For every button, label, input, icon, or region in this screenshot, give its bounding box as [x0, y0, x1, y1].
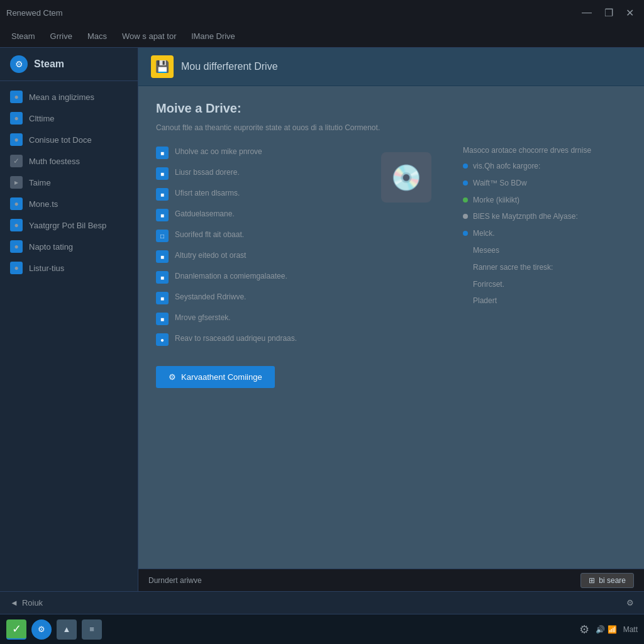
- feature-bullet-6: ■: [156, 271, 169, 284]
- taskbar-system-icons: 🔊 📶: [596, 625, 616, 634]
- feature-text-8: Mrove gfserstek.: [175, 312, 231, 323]
- menu-item-mane[interactable]: lMane Drive: [186, 29, 242, 43]
- sidebar-item-8[interactable]: ● Listur-tius: [0, 257, 138, 279]
- sidebar-label-8: Listur-tius: [29, 264, 64, 273]
- content-header-title: Mou differferent Drive: [181, 61, 278, 72]
- action-button-label: Karvaathent Comiinge: [181, 372, 262, 382]
- feature-bullet-1: ■: [156, 167, 169, 180]
- feature-bullet-0: ■: [156, 147, 169, 159]
- title-bar: Renewed Ctem — ❐ ✕: [0, 0, 644, 25]
- taskbar-icon-0[interactable]: ✓: [6, 619, 26, 640]
- right-panel-item-3: BlES ke Maytznpth dhe Alyase:: [463, 211, 626, 222]
- right-panel: Masoco arotace chocorre drves drnise vis…: [463, 146, 626, 388]
- feature-bullet-4: □: [156, 230, 169, 242]
- feature-text-0: Uholve ac oo mike pnrove: [175, 146, 262, 157]
- sidebar-item-2[interactable]: ● Conisue tot Doce: [0, 129, 138, 150]
- taskbar-icon-3[interactable]: ≡: [82, 619, 102, 640]
- taskbar-icon-2[interactable]: ▲: [57, 619, 77, 640]
- feature-bullet-8: ■: [156, 313, 169, 325]
- sidebar-label-6: Yaatgrgr Pot Bil Besp: [29, 221, 106, 230]
- feature-text-9: Reav to rsaceadd uadriqeu pndraas.: [175, 333, 297, 344]
- section-description: Canout ftle aa theantic euprorite state …: [156, 122, 458, 133]
- content-body: Moive a Drive: Canout ftle aa theantic e…: [138, 86, 644, 569]
- right-panel-item-1: Waift™ So BDw: [463, 178, 626, 189]
- right-panel-item-5: Mesees: [463, 245, 626, 256]
- storage-button[interactable]: ⊞ bi seare: [580, 573, 634, 588]
- back-button[interactable]: ◄ Roiuk: [10, 598, 43, 608]
- feature-item-6: ■ Dnanlemation a comiemgalaatee.: [156, 270, 350, 284]
- feature-text-4: Suorifed flt ait obaat.: [175, 229, 244, 240]
- feature-text-7: Seystanded Rdriwve.: [175, 291, 246, 303]
- restore-button[interactable]: ❐: [601, 6, 617, 20]
- feature-item-5: ■ Altutry eitedo ot orast: [156, 250, 350, 263]
- sidebar-item-4[interactable]: ▸ Taime: [0, 172, 138, 193]
- storage-label: bi seare: [599, 576, 626, 585]
- section-title: Moive a Drive:: [156, 101, 626, 116]
- feature-list: ■ Uholve ac oo mike pnrove ■ Liusr bssad…: [156, 146, 350, 388]
- feature-bullet-3: ■: [156, 209, 169, 221]
- right-item-text-6: Ranner sacre the tiresk:: [463, 262, 553, 273]
- drive-illustration-icon: 💿: [381, 152, 431, 203]
- action-button-icon: ⚙: [169, 372, 176, 382]
- sidebar-item-1[interactable]: ● Clttime: [0, 108, 138, 129]
- taskbar: ✓ ⚙ ▲ ≡ ⚙ 🔊 📶 Matt: [0, 614, 644, 644]
- taskbar-icon-1[interactable]: ⚙: [31, 619, 52, 640]
- sidebar-icon-0: ●: [10, 91, 23, 103]
- sidebar-icon-7: ●: [10, 240, 23, 253]
- taskbar-username: Matt: [623, 625, 638, 634]
- feature-item-4: □ Suorifed flt ait obaat.: [156, 229, 350, 242]
- sidebar-header: ⚙ Steam: [0, 48, 138, 81]
- sidebar-icon-8: ●: [10, 262, 23, 274]
- minimize-button[interactable]: —: [578, 6, 596, 20]
- sidebar-icon-5: ●: [10, 197, 23, 210]
- sidebar-title: Steam: [34, 58, 64, 70]
- sidebar-item-3[interactable]: ✓ Muth foestess: [0, 150, 138, 172]
- right-bullet-4: [463, 231, 468, 236]
- menu-item-macs[interactable]: Macs: [81, 29, 113, 43]
- right-panel-item-0: vis.Qh aofc kargore:: [463, 161, 626, 172]
- feature-item-8: ■ Mrove gfserstek.: [156, 312, 350, 325]
- menu-item-steam[interactable]: Steam: [5, 29, 42, 43]
- right-item-text-8: Pladert: [463, 296, 497, 306]
- sidebar-item-7[interactable]: ● Napto tating: [0, 236, 138, 257]
- content-area: 💾 Mou differferent Drive Moive a Drive: …: [138, 48, 644, 591]
- status-right: ⊞ bi seare: [580, 573, 634, 588]
- back-nav: ◄ Roiuk ⚙: [0, 591, 644, 614]
- sidebar-label-5: Mone.ts: [29, 199, 58, 209]
- right-bullet-0: [463, 164, 468, 169]
- back-arrow-icon: ◄: [10, 598, 18, 608]
- main-layout: ⚙ Steam ● Mean a inglizimes ● Clttime ● …: [0, 48, 644, 591]
- feature-item-7: ■ Seystanded Rdriwve.: [156, 291, 350, 304]
- right-item-text-2: Morke (kiikikt): [473, 195, 519, 206]
- sidebar-item-5[interactable]: ● Mone.ts: [0, 193, 138, 214]
- sidebar-item-0[interactable]: ● Mean a inglizimes: [0, 86, 138, 108]
- sidebar-label-2: Conisue tot Doce: [29, 135, 92, 145]
- title-bar-title: Renewed Ctem: [6, 8, 63, 18]
- menu-item-grrive[interactable]: Grrive: [44, 29, 79, 43]
- action-button[interactable]: ⚙ Karvaathent Comiinge: [156, 366, 275, 388]
- right-panel-item-4: Melck.: [463, 228, 626, 239]
- close-button[interactable]: ✕: [622, 6, 638, 20]
- right-item-text-0: vis.Qh aofc kargore:: [473, 161, 540, 172]
- title-bar-controls: — ❐ ✕: [578, 6, 638, 20]
- sidebar-label-4: Taime: [29, 178, 51, 187]
- feature-item-2: ■ Ufisrt aten dlsarms.: [156, 187, 350, 201]
- right-item-text-7: Forircset.: [463, 279, 504, 290]
- taskbar-right: ⚙ 🔊 📶 Matt: [579, 623, 638, 636]
- sidebar-icon-2: ●: [10, 133, 23, 146]
- sidebar-item-6[interactable]: ● Yaatgrgr Pot Bil Besp: [0, 214, 138, 236]
- feature-text-1: Liusr bssad dorere.: [175, 167, 240, 178]
- taskbar-user-icon: ⚙: [579, 623, 589, 636]
- feature-item-0: ■ Uholve ac oo mike pnrove: [156, 146, 350, 159]
- sidebar-icon-6: ●: [10, 219, 23, 231]
- feature-bullet-9: ●: [156, 333, 169, 346]
- feature-item-3: ■ Gatduelasemane.: [156, 208, 350, 221]
- feature-bullet-7: ■: [156, 292, 169, 304]
- feature-text-3: Gatduelasemane.: [175, 208, 235, 219]
- feature-item-9: ● Reav to rsaceadd uadriqeu pndraas.: [156, 333, 350, 346]
- right-bullet-2: [463, 197, 468, 203]
- right-panel-header: Masoco arotace chocorre drves drnise: [463, 146, 626, 155]
- feature-bullet-2: ■: [156, 188, 169, 201]
- menu-item-wow[interactable]: Wow s apat tor: [116, 29, 182, 43]
- right-item-text-3: BlES ke Maytznpth dhe Alyase:: [473, 211, 578, 222]
